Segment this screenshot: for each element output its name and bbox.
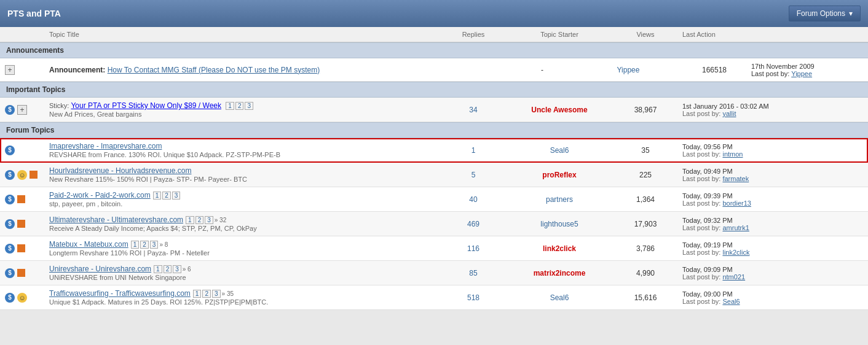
orange-square-icon bbox=[17, 220, 25, 228]
replies-link[interactable]: 1 bbox=[471, 146, 476, 155]
important-replies: 34 bbox=[443, 106, 504, 114]
last-post-link[interactable]: bordier13 bbox=[722, 200, 751, 207]
replies-link[interactable]: 116 bbox=[467, 244, 479, 253]
ann-last-post-link[interactable]: Yippee bbox=[791, 70, 812, 77]
page-links: 123 » 6 bbox=[154, 265, 191, 273]
row-starter: Seal6 bbox=[504, 293, 615, 302]
ann-label: Announcement: bbox=[49, 66, 105, 74]
page-link[interactable]: 3 bbox=[172, 192, 181, 200]
starter-link[interactable]: partners bbox=[546, 195, 573, 204]
page-link[interactable]: 2 bbox=[164, 265, 172, 273]
smiley-icon: ☺ bbox=[17, 170, 27, 180]
orange-square-icon bbox=[17, 269, 25, 277]
page-link-1[interactable]: 1 bbox=[226, 102, 234, 110]
row-content: Ultimaterevshare - Ultimaterevshare.com1… bbox=[49, 215, 443, 232]
starter-link[interactable]: link2click bbox=[543, 244, 576, 253]
page-link[interactable]: 1 bbox=[186, 216, 194, 224]
topic-row: $ Unirevshare - Unirevshare.com123 » 6 U… bbox=[0, 261, 868, 285]
important-content: Sticky: Your PTA or PTS Sticky Now Only … bbox=[49, 101, 443, 118]
last-post-link[interactable]: Seal6 bbox=[722, 298, 740, 305]
ann-starter: Yippee bbox=[573, 66, 684, 74]
last-post-link[interactable]: ntm021 bbox=[722, 273, 745, 281]
replies-link[interactable]: 40 bbox=[469, 195, 477, 204]
starter-link[interactable]: matrix2income bbox=[534, 269, 586, 277]
topic-title-link[interactable]: Ultimaterevshare - Ultimaterevshare.com bbox=[49, 215, 183, 224]
page-link[interactable]: 2 bbox=[140, 241, 149, 249]
topic-desc: REVSHARE from France. 130% ROI. Unique $… bbox=[49, 151, 443, 158]
row-icons: $ bbox=[0, 244, 49, 254]
page-link[interactable]: 1 bbox=[153, 192, 162, 200]
row-content: Paid-2-work - Paid-2-work.com123 stp, pa… bbox=[49, 191, 443, 207]
page-link[interactable]: 2 bbox=[162, 192, 171, 200]
row-icons: $☺ bbox=[0, 170, 49, 180]
last-post-link[interactable]: farmatek bbox=[722, 175, 749, 182]
row-action: Today, 09:39 PM Last post by: bordier13 bbox=[676, 192, 799, 207]
important-last-post-link[interactable]: yallit bbox=[722, 110, 736, 117]
last-post: Last post by: farmatek bbox=[682, 175, 749, 182]
dollar-icon: $ bbox=[5, 170, 15, 180]
replies-link[interactable]: 518 bbox=[467, 293, 479, 302]
replies-link[interactable]: 85 bbox=[469, 269, 477, 277]
page-link[interactable]: 2 bbox=[195, 216, 204, 224]
page-link[interactable]: 3 bbox=[173, 265, 181, 273]
row-replies: 518 bbox=[443, 293, 504, 302]
topic-desc: Receive A Steady Daily Income; Apacks $4… bbox=[49, 225, 443, 232]
page-link[interactable]: 2 bbox=[202, 290, 211, 298]
col-action: Last Action bbox=[676, 31, 799, 38]
topic-title-link[interactable]: Unirevshare - Unirevshare.com bbox=[49, 265, 151, 273]
expand-icon[interactable]: + bbox=[5, 65, 15, 75]
starter-link[interactable]: Seal6 bbox=[550, 293, 569, 302]
page-link-3[interactable]: 3 bbox=[245, 102, 253, 110]
forum-title: PTS and PTA bbox=[7, 9, 61, 18]
row-views: 1,364 bbox=[615, 195, 676, 204]
last-post-link[interactable]: intmon bbox=[722, 150, 743, 158]
page-link[interactable]: 1 bbox=[193, 290, 202, 298]
page-link[interactable]: 1 bbox=[154, 265, 162, 273]
last-post: Last post by: amrutrk1 bbox=[682, 224, 749, 231]
topic-row: $☺ Hourlvadsrevenue - Hourlvadsrevenue.c… bbox=[0, 163, 868, 187]
page-link[interactable]: 3 bbox=[150, 241, 159, 249]
forum-header: PTS and PTA Forum Options ▾ bbox=[0, 0, 868, 27]
last-post-link[interactable]: link2click bbox=[722, 249, 749, 256]
dollar-icon: $ bbox=[5, 244, 15, 254]
row-icons: $ bbox=[0, 268, 49, 278]
replies-link[interactable]: 5 bbox=[471, 171, 476, 179]
important-title-link[interactable]: Your PTA or PTS Sticky Now Only $89 / We… bbox=[71, 101, 221, 110]
starter-link[interactable]: proReflex bbox=[542, 171, 576, 179]
sticky-icon[interactable]: + bbox=[17, 105, 27, 115]
ann-action: 17th November 2009 Last post by: Yippee bbox=[745, 63, 868, 77]
row-action: Today, 09:32 PM Last post by: amrutrk1 bbox=[676, 217, 799, 231]
ann-starter-link[interactable]: Yippee bbox=[617, 66, 640, 74]
topic-title-link[interactable]: Trafficwavesurfing - Trafficwavesurfing.… bbox=[49, 289, 191, 298]
page-extra: » 32 bbox=[215, 217, 226, 223]
starter-link[interactable]: lighthouse5 bbox=[540, 220, 578, 228]
page-link[interactable]: 1 bbox=[131, 241, 140, 249]
important-starter-link[interactable]: Uncle Awesome bbox=[531, 106, 587, 114]
topic-title-link[interactable]: Matebux - Matebux.com bbox=[49, 240, 128, 249]
page-link[interactable]: 3 bbox=[205, 216, 213, 224]
topic-title-link[interactable]: Imaprevshare - Imaprevshare.com bbox=[49, 142, 162, 150]
important-page-links: 1 2 3 bbox=[226, 102, 253, 110]
starter-link[interactable]: Seal6 bbox=[550, 146, 569, 155]
row-replies: 40 bbox=[443, 195, 504, 204]
last-post-link[interactable]: amrutrk1 bbox=[722, 224, 749, 231]
topic-row: $ Imaprevshare - Imaprevshare.com REVSHA… bbox=[0, 138, 868, 163]
page-links: 123 » 35 bbox=[193, 290, 234, 298]
topic-title-link[interactable]: Hourlvadsrevenue - Hourlvadsrevenue.com bbox=[49, 166, 191, 175]
page-link-2[interactable]: 2 bbox=[235, 102, 244, 110]
topic-title-link[interactable]: Paid-2-work - Paid-2-work.com bbox=[49, 191, 151, 200]
dollar-icon: $ bbox=[5, 268, 15, 278]
page-link[interactable]: 3 bbox=[212, 290, 221, 298]
ann-icons: + bbox=[0, 65, 49, 75]
replies-link[interactable]: 469 bbox=[467, 220, 479, 228]
col-topic-title: Topic Title bbox=[0, 31, 443, 38]
section-forum-topics: Forum Topics bbox=[0, 122, 868, 138]
row-action: Today, 09:49 PM Last post by: farmatek bbox=[676, 168, 799, 182]
forum-options-button[interactable]: Forum Options ▾ bbox=[789, 6, 861, 21]
topic-row: $☺ Trafficwavesurfing - Trafficwavesurfi… bbox=[0, 285, 868, 310]
important-action: 1st January 2016 - 03:02 AM Last post by… bbox=[676, 103, 799, 117]
important-icons: $ + bbox=[0, 105, 49, 115]
ann-title-link[interactable]: How To Contact MMG Staff (Please Do NOT … bbox=[108, 66, 320, 74]
important-last-post: Last post by: yallit bbox=[682, 110, 736, 117]
topic-date: Today, 09:32 PM bbox=[682, 217, 733, 224]
